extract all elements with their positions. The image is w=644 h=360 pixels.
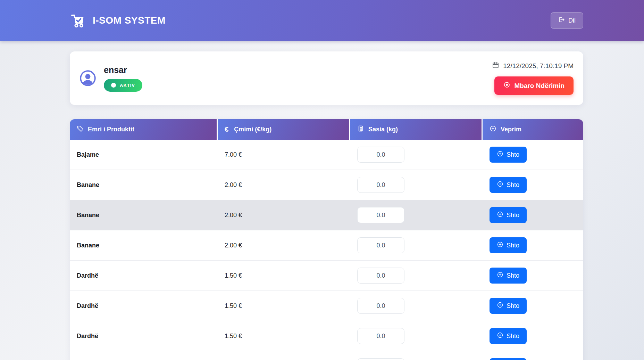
app-header: I-SOM SYSTEM Dil [0, 0, 644, 41]
status-label: AKTIV [120, 83, 135, 88]
end-shift-label: Mbaro Ndërimin [514, 82, 564, 90]
product-price: 1.50 € [218, 272, 350, 279]
table-row: Shto [70, 351, 583, 360]
main-content: ensar AKTIV 12/12/2025, 7:10:19 PM [70, 51, 583, 360]
table-body: Bajame 7.00 € Shto Banane 2.00 € [70, 140, 583, 360]
datetime: 12/12/2025, 7:10:19 PM [492, 62, 574, 71]
column-header-product: Emri i Produktit [70, 119, 218, 140]
column-header-price-label: Çmimi (€/kg) [234, 126, 271, 133]
add-button[interactable]: Shto [490, 328, 527, 344]
column-header-quantity: Sasia (kg) [350, 119, 483, 140]
quantity-input[interactable] [357, 147, 404, 163]
plus-circle-icon [490, 125, 496, 134]
table-row: Dardhë 1.50 € Shto [70, 261, 583, 291]
tag-icon [77, 125, 84, 134]
plus-circle-icon [497, 181, 503, 189]
quantity-input[interactable] [357, 237, 404, 253]
quantity-input[interactable] [357, 298, 404, 314]
add-button-label: Shto [507, 272, 519, 279]
euro-icon: € [225, 125, 228, 133]
calculator-icon [357, 125, 364, 134]
add-button-label: Shto [507, 181, 519, 189]
logout-label: Dil [568, 17, 576, 24]
add-button[interactable]: Shto [490, 207, 527, 223]
product-price: 1.50 € [218, 302, 350, 310]
plus-circle-icon [497, 332, 503, 340]
calendar-icon [492, 62, 499, 71]
add-button-label: Shto [507, 212, 519, 219]
plus-circle-icon [497, 271, 503, 280]
cart-logo-icon [70, 12, 86, 29]
product-name: Banane [70, 181, 218, 189]
column-header-quantity-label: Sasia (kg) [368, 126, 398, 133]
column-header-action-label: Veprim [501, 126, 521, 133]
table-row: Banane 2.00 € Shto [70, 170, 583, 200]
plus-circle-icon [497, 150, 503, 159]
add-button-label: Shto [507, 151, 519, 158]
plus-circle-icon [497, 211, 503, 219]
add-button[interactable]: Shto [490, 237, 527, 253]
brand: I-SOM SYSTEM [70, 12, 166, 29]
quantity-input[interactable] [357, 207, 404, 223]
logout-icon [558, 16, 565, 25]
quantity-input[interactable] [357, 358, 404, 360]
add-button[interactable]: Shto [490, 268, 527, 284]
add-button[interactable]: Shto [490, 358, 527, 360]
product-price: 1.50 € [218, 333, 350, 340]
app-title: I-SOM SYSTEM [93, 15, 166, 26]
column-header-product-label: Emri i Produktit [88, 126, 134, 133]
product-name: Dardhë [70, 272, 218, 279]
product-name: Banane [70, 212, 218, 219]
status-badge: AKTIV [104, 79, 142, 92]
table-row: Banane 2.00 € Shto [70, 230, 583, 261]
add-button[interactable]: Shto [490, 147, 527, 163]
add-button[interactable]: Shto [490, 298, 527, 314]
avatar [80, 70, 96, 87]
table-row: Dardhë 1.50 € Shto [70, 321, 583, 351]
product-name: Dardhë [70, 333, 218, 340]
table-row: Bajame 7.00 € Shto [70, 140, 583, 170]
product-name: Bajame [70, 151, 218, 158]
datetime-text: 12/12/2025, 7:10:19 PM [503, 62, 574, 70]
record-circle-icon [503, 81, 510, 90]
add-button-label: Shto [507, 242, 519, 249]
product-name: Dardhë [70, 302, 218, 310]
table-row: Dardhë 1.50 € Shto [70, 291, 583, 321]
product-price: 2.00 € [218, 212, 350, 219]
table-row: Banane 2.00 € Shto [70, 200, 583, 230]
user-card: ensar AKTIV 12/12/2025, 7:10:19 PM [70, 51, 583, 105]
column-header-action: Veprim [483, 119, 583, 140]
plus-circle-icon [497, 302, 503, 310]
status-dot-icon [111, 83, 116, 88]
products-table: Emri i Produktit € Çmimi (€/kg) [70, 119, 583, 360]
plus-circle-icon [497, 241, 503, 249]
product-price: 2.00 € [218, 181, 350, 189]
user-name: ensar [104, 65, 142, 75]
quantity-input[interactable] [357, 328, 404, 344]
logout-button[interactable]: Dil [551, 12, 583, 29]
add-button-label: Shto [507, 333, 519, 340]
add-button-label: Shto [507, 302, 519, 310]
quantity-input[interactable] [357, 268, 404, 284]
table-header-row: Emri i Produktit € Çmimi (€/kg) [70, 119, 583, 140]
end-shift-button[interactable]: Mbaro Ndërimin [494, 76, 574, 95]
quantity-input[interactable] [357, 177, 404, 193]
column-header-price: € Çmimi (€/kg) [218, 119, 350, 140]
product-name: Banane [70, 242, 218, 249]
product-price: 2.00 € [218, 242, 350, 249]
add-button[interactable]: Shto [490, 177, 527, 193]
product-price: 7.00 € [218, 151, 350, 158]
